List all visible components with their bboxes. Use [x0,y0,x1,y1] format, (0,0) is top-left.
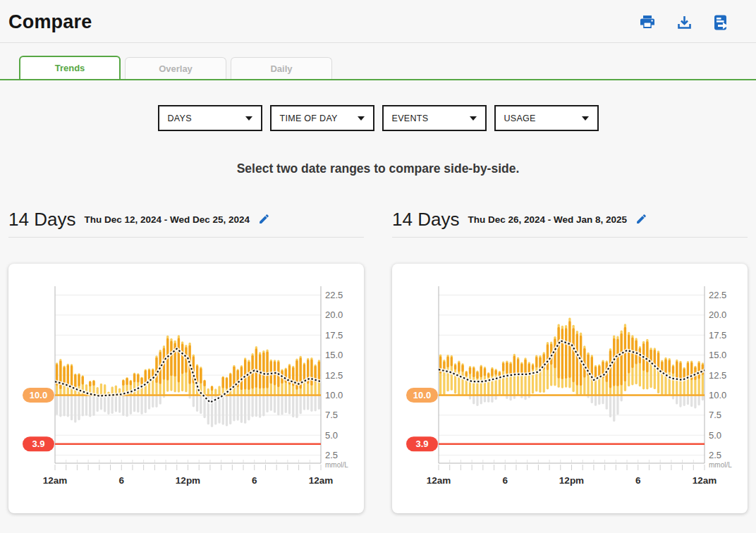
days-filter-label: DAYS [168,114,192,123]
events-filter-label: EVENTS [392,114,429,123]
usage-filter-label: USAGE [504,114,536,123]
pencil-icon [258,213,270,227]
panel-2-title: 14 Days [392,209,459,231]
svg-text:6: 6 [252,475,257,486]
page-header: Compare [0,0,756,33]
svg-text:12am: 12am [43,475,68,486]
panel-2-divider [392,237,748,238]
days-filter-dropdown[interactable]: DAYS [158,105,262,131]
header-divider [0,42,756,43]
glucose-trend-chart-2: 10.03.92.55.07.510.012.515.017.520.022.5… [394,275,746,498]
svg-text:12pm: 12pm [559,475,584,486]
download-button[interactable] [674,13,694,32]
instruction-text: Select two date ranges to compare side-b… [0,161,756,176]
edit-date-range-2-button[interactable] [635,213,647,227]
time-of-day-filter-label: TIME OF DAY [280,114,338,123]
trend-chart-card-1: 10.03.92.55.07.510.012.515.017.520.022.5… [8,264,364,513]
page-title: Compare [8,11,92,33]
svg-text:10.0: 10.0 [709,390,726,400]
print-button[interactable] [638,13,657,32]
chevron-down-icon [470,116,477,121]
panel-1-title: 14 Days [8,209,75,231]
svg-text:mmol/L: mmol/L [325,461,348,469]
edit-date-range-1-button[interactable] [258,213,270,227]
time-of-day-filter-dropdown[interactable]: TIME OF DAY [270,105,374,131]
tab-overlay[interactable]: Overlay [125,57,226,79]
svg-text:20.0: 20.0 [709,310,726,320]
download-icon [676,14,693,31]
svg-text:7.5: 7.5 [325,410,338,420]
panel-2-header: 14 Days Thu Dec 26, 2024 - Wed Jan 8, 20… [392,209,748,231]
panel-1-date-range: Thu Dec 12, 2024 - Wed Dec 25, 2024 [84,214,250,225]
svg-text:mmol/L: mmol/L [709,461,732,469]
svg-text:15.0: 15.0 [325,350,343,360]
svg-text:12.5: 12.5 [709,370,726,381]
export-report-icon [712,14,731,31]
svg-text:5.0: 5.0 [325,430,338,441]
svg-text:12am: 12am [309,475,334,486]
tab-daily[interactable]: Daily [231,57,332,79]
svg-text:12am: 12am [693,475,717,486]
tab-overlay-label: Overlay [159,63,193,74]
svg-text:17.5: 17.5 [709,330,726,341]
svg-text:7.5: 7.5 [709,410,721,420]
svg-text:3.9: 3.9 [32,439,44,449]
compare-panels: 14 Days Thu Dec 12, 2024 - Wed Dec 25, 2… [0,209,756,513]
chevron-down-icon [358,116,365,121]
chevron-down-icon [245,116,252,121]
svg-text:12pm: 12pm [176,475,200,486]
date-range-panel-1: 14 Days Thu Dec 12, 2024 - Wed Dec 25, 2… [8,209,364,513]
svg-text:2.5: 2.5 [709,450,721,460]
svg-text:6: 6 [635,475,641,486]
filter-row: DAYS TIME OF DAY EVENTS USAGE [0,105,756,131]
panel-1-header: 14 Days Thu Dec 12, 2024 - Wed Dec 25, 2… [8,209,364,231]
printer-icon [638,14,657,31]
svg-text:6: 6 [502,475,508,486]
svg-text:6: 6 [118,475,124,486]
svg-text:2.5: 2.5 [325,450,338,460]
export-report-button[interactable] [711,13,731,32]
svg-text:10.0: 10.0 [325,390,343,400]
compare-page: Compare [0,0,756,533]
svg-text:12.5: 12.5 [325,370,343,381]
svg-text:17.5: 17.5 [325,330,343,341]
pencil-icon [635,213,647,227]
usage-filter-dropdown[interactable]: USAGE [494,105,599,131]
trend-chart-card-2: 10.03.92.55.07.510.012.515.017.520.022.5… [392,264,748,513]
panel-2-date-range: Thu Dec 26, 2024 - Wed Jan 8, 2025 [468,214,627,225]
svg-text:10.0: 10.0 [413,390,431,400]
date-range-panel-2: 14 Days Thu Dec 26, 2024 - Wed Jan 8, 20… [392,209,748,513]
svg-text:22.5: 22.5 [325,290,343,300]
svg-text:3.9: 3.9 [415,439,428,449]
tab-daily-label: Daily [270,63,292,74]
svg-text:12am: 12am [427,475,451,486]
events-filter-dropdown[interactable]: EVENTS [382,105,487,131]
header-actions [638,13,738,32]
panel-1-divider [8,237,364,238]
svg-text:20.0: 20.0 [325,310,343,320]
tab-bar: Trends Overlay Daily [0,56,756,79]
tab-trends-label: Trends [55,63,85,73]
active-tab-underline [0,79,756,80]
svg-text:10.0: 10.0 [30,390,47,400]
chevron-down-icon [582,116,589,121]
glucose-trend-chart-1: 10.03.92.55.07.510.012.515.017.520.022.5… [10,275,362,498]
svg-text:5.0: 5.0 [709,430,721,441]
svg-text:15.0: 15.0 [709,350,726,360]
svg-text:22.5: 22.5 [709,290,726,300]
tab-trends[interactable]: Trends [19,56,121,79]
